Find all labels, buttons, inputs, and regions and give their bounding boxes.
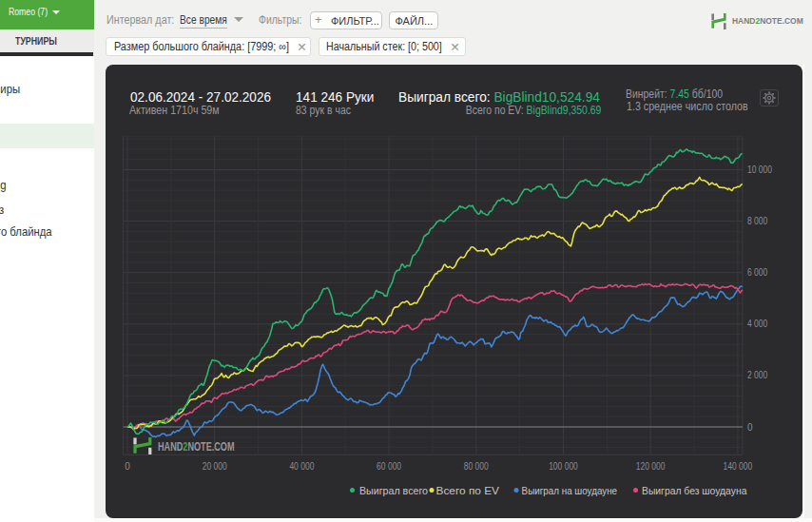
svg-text:40 000: 40 000 (289, 461, 314, 472)
svg-text:8 000: 8 000 (747, 216, 768, 226)
svg-text:100 000: 100 000 (549, 461, 578, 472)
svg-text:4 000: 4 000 (747, 319, 768, 329)
svg-text:80 000: 80 000 (464, 461, 489, 472)
svg-text:2 000: 2 000 (747, 370, 768, 380)
svg-text:120 000: 120 000 (636, 461, 666, 472)
svg-text:Выиграл всего: Выиграл всего (359, 485, 428, 496)
svg-text:HAND2NOTE.COM: HAND2NOTE.COM (158, 440, 235, 454)
svg-text:10 000: 10 000 (747, 164, 772, 175)
svg-text:20 000: 20 000 (203, 461, 227, 472)
svg-text:0: 0 (125, 461, 130, 472)
svg-text:Выиграл на шоудауне: Выиграл на шоудауне (522, 485, 618, 496)
svg-text:0: 0 (747, 422, 753, 433)
svg-text:Всего по EV: Всего по EV (436, 485, 500, 496)
svg-text:6 000: 6 000 (747, 267, 768, 278)
svg-text:Выиграл без шоудауна: Выиграл без шоудауна (642, 485, 747, 496)
svg-text:140 000: 140 000 (724, 461, 753, 472)
svg-text:60 000: 60 000 (377, 461, 401, 472)
